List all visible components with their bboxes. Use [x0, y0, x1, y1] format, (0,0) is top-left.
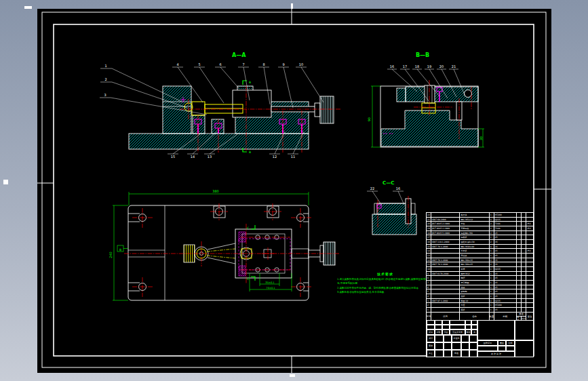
bom-cell: 35	[494, 262, 517, 266]
bom-cell: 1	[490, 281, 494, 285]
bom-cell	[522, 276, 526, 280]
rev-header: 年、月、日	[471, 329, 477, 335]
bom-cell: 钻模板	[460, 235, 489, 239]
bom-cell: 5	[427, 289, 431, 294]
scale-label: 比例	[506, 340, 515, 346]
bom-cell: 衬套	[460, 222, 489, 226]
bom-cell: 钻套螺钉 M8	[460, 231, 489, 235]
bom-cell: 35	[494, 245, 517, 249]
bom-row: 14支承板145淬火	[427, 249, 533, 254]
balloon-label: 4	[176, 62, 178, 66]
balloon-label: 16	[396, 186, 400, 190]
bom-cell	[431, 235, 460, 239]
bom-cell	[522, 222, 526, 226]
bom-cell: 淬火	[526, 222, 533, 226]
bom-cell	[517, 281, 522, 285]
bom-row: 2支座1HT200	[427, 303, 533, 308]
bom-cell: 底板	[460, 308, 489, 312]
bom-row: 3GB/T 97.1-2002垫圈 104Q235	[427, 299, 533, 304]
bom-cell	[517, 218, 522, 222]
bom-cell	[517, 267, 522, 271]
bom-cell: 45	[494, 294, 517, 298]
bom-cell: 淬火	[526, 226, 533, 230]
rev-header: 分区	[442, 329, 450, 335]
bom-cell: 8	[427, 276, 431, 280]
bom-cell: 45	[494, 231, 517, 235]
bom-row: 1底板145	[427, 308, 533, 313]
bom-row: 20JB/T 8045.2-1999衬套2T10A淬火	[427, 222, 533, 226]
balloon-label: 16	[390, 64, 394, 68]
dim-label: 70±0.1	[266, 287, 275, 289]
bom-cell: GB/T 68-2000	[431, 218, 460, 222]
tech-note-line: 2.装配过程中零件不允许磕、碰、划伤和锈蚀,配合表面装配前应涂以润滑油。	[337, 286, 433, 290]
rev-header: 标记	[427, 329, 435, 335]
bom-cell: 2	[490, 231, 494, 235]
bom-cell: JB/T 8045.5-1999	[431, 231, 460, 235]
cut-letter: C	[247, 226, 249, 230]
bom-cell	[431, 281, 460, 285]
bom-cell: 21	[427, 218, 431, 222]
bom-cell: 45	[494, 285, 517, 289]
bom-cell: 2	[490, 262, 494, 266]
bom-cell: 16	[427, 240, 431, 244]
bom-cell: 1	[490, 276, 494, 280]
bom-cell	[526, 267, 533, 271]
bom-row: 16GB/T 119.1-2000圆柱销 φ8×30235	[427, 240, 533, 245]
bom-row: 17钻模板145	[427, 235, 533, 240]
bom-cell: 45	[494, 249, 517, 253]
dim-label: 30	[479, 136, 483, 140]
bom-cell	[517, 276, 522, 280]
bom-cell: GB/T 97.1-2002	[431, 299, 460, 303]
bom-cell: 6	[427, 285, 431, 289]
cad-viewer-canvas[interactable]: A—A	[0, 0, 588, 381]
bom-cell: 20	[427, 222, 431, 226]
bom-cell	[526, 262, 533, 266]
balloon-label: 15	[171, 155, 175, 159]
bom-cell	[431, 308, 460, 312]
knob-flange	[315, 103, 320, 117]
bom-row: 6压块145	[427, 285, 533, 290]
bom-cell: 14	[427, 249, 431, 253]
bom-cell	[517, 231, 522, 235]
staff-label: 标准化	[452, 335, 461, 342]
balloon-label: 11	[291, 155, 295, 159]
bom-cell: Q235	[494, 218, 517, 222]
bom-cell: 1	[490, 285, 494, 289]
bom-cell	[522, 308, 526, 312]
bom-cell	[526, 240, 533, 244]
bom-row: 21GB/T 68-2000螺钉 M5×124Q235	[427, 218, 533, 222]
section-label-bb: B—B	[416, 52, 429, 58]
dim-label: 90	[368, 117, 371, 121]
bom-row: 22夹具体1HT200	[427, 213, 533, 218]
bom-cell: 螺钉 M8×25	[460, 262, 489, 266]
bom-cell: 压板	[460, 294, 489, 298]
bom-cell: 淬火	[526, 249, 533, 253]
bom-cell	[517, 258, 522, 262]
bom-cell: 45	[494, 276, 517, 280]
drill-bushing	[425, 85, 435, 103]
bom-row: 4压板145	[427, 294, 533, 299]
bom-cell	[517, 226, 522, 230]
balloon-label: 3	[104, 93, 106, 97]
bom-cell	[522, 249, 526, 253]
bom-cell: 螺母 M12	[460, 272, 489, 276]
bom-cell: GB/T 70.1-2000	[431, 258, 460, 262]
drawing-number-cell	[515, 320, 534, 340]
bom-cell	[522, 258, 526, 262]
bom-cell	[522, 299, 526, 303]
bom-cell	[522, 285, 526, 289]
stage-label: 阶段标记	[477, 340, 498, 346]
bom-cell: 4	[427, 294, 431, 298]
bom-cell	[526, 299, 533, 303]
datum-label: B	[119, 248, 121, 252]
balloon-label: 8	[262, 62, 264, 66]
bom-cell: 15	[427, 245, 431, 249]
balloon-label: 7	[242, 62, 244, 66]
bom-cell: 35	[494, 240, 517, 244]
balloon-label: 2	[104, 77, 106, 81]
bom-cell: 11	[427, 262, 431, 266]
rev-header: 处数	[435, 329, 442, 335]
balloon-label: 17	[403, 64, 407, 68]
bom-row: 7开口垫圈145	[427, 281, 533, 285]
bom-row: 13定位块145	[427, 254, 533, 258]
